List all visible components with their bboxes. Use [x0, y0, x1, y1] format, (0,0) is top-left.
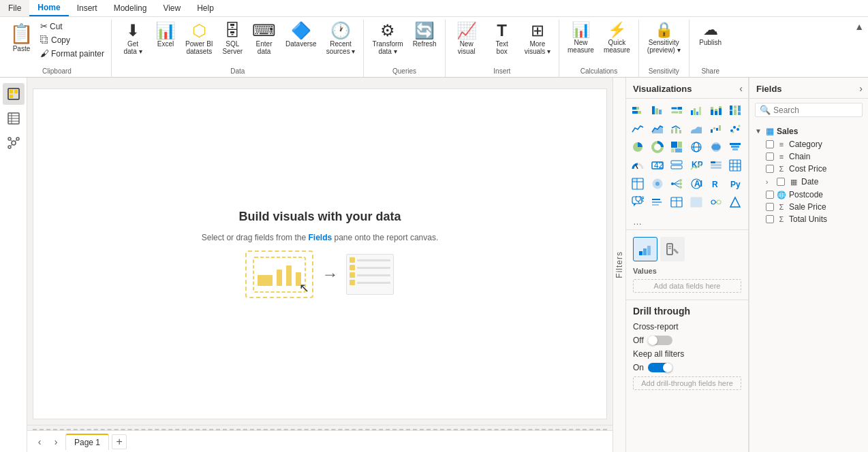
filters-panel[interactable]: Filters: [613, 78, 626, 452]
viz-shape[interactable]: [726, 193, 744, 211]
viz-smart-narrative[interactable]: [649, 193, 666, 211]
viz-area[interactable]: [649, 120, 666, 138]
cut-button[interactable]: ✂ Cut: [37, 20, 107, 33]
tab-file[interactable]: File: [0, 0, 29, 16]
new-visual-button[interactable]: 📈 Newvisual: [450, 20, 484, 58]
tab-modeling[interactable]: Modeling: [106, 0, 155, 16]
fields-field-category[interactable]: ≡ Category: [749, 138, 868, 150]
viz-line[interactable]: [629, 120, 647, 138]
viz-slicer[interactable]: [707, 157, 725, 174]
viz-100-column[interactable]: [726, 101, 744, 119]
viz-clustered-column[interactable]: [687, 101, 705, 119]
more-visuals-button[interactable]: ⊞ Morevisuals ▾: [521, 20, 555, 58]
viz-scatter[interactable]: [726, 120, 744, 138]
fields-search-input[interactable]: [773, 106, 868, 115]
viz-clustered-bar[interactable]: [649, 101, 666, 119]
viz-stacked-bar[interactable]: [629, 101, 647, 119]
refresh-button[interactable]: 🔄 Refresh: [409, 20, 441, 50]
viz-filled-map[interactable]: [707, 138, 725, 156]
tab-help[interactable]: Help: [189, 0, 222, 16]
viz-matrix2[interactable]: [687, 193, 705, 211]
sql-server-button[interactable]: 🗄 SQLServer: [219, 20, 247, 58]
dataverse-button[interactable]: 🔷 Dataverse: [281, 20, 321, 50]
fields-list: ▼ ▦ Sales ≡ Category ≡ Chain Σ Cost Pric…: [749, 121, 868, 452]
viz-treemap[interactable]: [668, 138, 685, 156]
fields-field-cost-price[interactable]: Σ Cost Price: [749, 163, 868, 175]
fields-checkbox-total-units[interactable]: [766, 215, 774, 223]
viz-table2[interactable]: [668, 193, 685, 211]
fields-checkbox-date[interactable]: [777, 178, 785, 186]
quick-measure-button[interactable]: ⚡ Quickmeasure: [600, 20, 634, 56]
fields-checkbox-cost-price[interactable]: [766, 165, 774, 173]
viz-matrix[interactable]: [629, 175, 647, 193]
viz-key-influencers[interactable]: [707, 193, 725, 211]
fields-checkbox-chain[interactable]: [766, 152, 774, 161]
sql-server-icon: 🗄: [224, 22, 241, 39]
viz-100-bar[interactable]: [668, 101, 685, 119]
tab-view[interactable]: View: [155, 0, 189, 16]
excel-button[interactable]: 📊 Excel: [151, 20, 180, 50]
format-painter-button[interactable]: 🖌 Format painter: [37, 47, 107, 60]
keep-filters-toggle-row: On: [633, 363, 741, 372]
viz-funnel[interactable]: [726, 138, 744, 156]
paste-button[interactable]: 📋 Paste: [7, 20, 36, 55]
viz-r-script[interactable]: R: [707, 175, 725, 193]
get-data-button[interactable]: ⬇ Getdata ▾: [116, 20, 150, 58]
fields-table-sales[interactable]: ▼ ▦ Sales: [749, 124, 868, 138]
viz-azuremap[interactable]: [649, 175, 666, 193]
viz-pie[interactable]: [629, 138, 647, 156]
viz-format-icon[interactable]: [660, 237, 685, 261]
viz-more-button[interactable]: …: [626, 214, 748, 229]
viz-ai-insights[interactable]: AI: [687, 175, 705, 193]
viz-python[interactable]: Py: [726, 175, 744, 193]
sensitivity-button[interactable]: 🔒 Sensitivity(preview) ▾: [643, 20, 685, 56]
tab-home[interactable]: Home: [29, 0, 68, 16]
tab-insert[interactable]: Insert: [69, 0, 106, 16]
fields-field-total-units[interactable]: Σ Total Units: [749, 213, 868, 225]
viz-stacked-column[interactable]: [707, 101, 725, 119]
viz-ribbon[interactable]: [687, 120, 705, 138]
report-view-button[interactable]: [3, 83, 25, 105]
page-prev-button[interactable]: ‹: [33, 435, 46, 449]
viz-qna[interactable]: Q&A: [629, 193, 647, 211]
add-page-button[interactable]: +: [112, 434, 127, 449]
data-view-button[interactable]: [3, 108, 25, 129]
transform-data-button[interactable]: ⚙ Transformdata ▾: [368, 20, 407, 58]
viz-gauge[interactable]: [629, 157, 647, 174]
drill-add-fields[interactable]: Add drill-through fields here: [633, 376, 741, 390]
list-line-3: [357, 274, 390, 276]
publish-button[interactable]: ☁ Publish: [694, 20, 728, 49]
viz-donut[interactable]: [649, 138, 666, 156]
page-tab-1[interactable]: Page 1: [65, 434, 109, 450]
viz-panel-toggle-button[interactable]: ‹: [739, 83, 743, 94]
enter-data-button[interactable]: ⌨ Enterdata: [248, 20, 280, 58]
viz-decomp-tree[interactable]: [668, 175, 685, 193]
fields-expand-button[interactable]: ›: [859, 83, 863, 94]
viz-multirow-card[interactable]: [668, 157, 685, 174]
viz-line-column[interactable]: [668, 120, 685, 138]
fields-checkbox-category[interactable]: [766, 140, 774, 148]
fields-field-date[interactable]: › ▦ Date: [749, 175, 868, 189]
viz-map[interactable]: [687, 138, 705, 156]
text-box-button[interactable]: T Textbox: [485, 20, 519, 58]
viz-add-data-fields[interactable]: Add data fields here: [633, 279, 741, 293]
new-measure-button[interactable]: 📊 Newmeasure: [563, 20, 598, 56]
model-view-button[interactable]: [3, 132, 25, 154]
fields-checkbox-sale-price[interactable]: [766, 203, 774, 211]
fields-checkbox-postcode[interactable]: [766, 191, 774, 199]
viz-waterfall[interactable]: [707, 120, 725, 138]
ribbon-collapse-button[interactable]: ▲: [853, 20, 865, 33]
viz-values-icon[interactable]: [633, 237, 657, 261]
page-next-button[interactable]: ›: [49, 435, 63, 449]
fields-field-chain[interactable]: ≡ Chain: [749, 150, 868, 163]
viz-table[interactable]: [726, 157, 744, 174]
keep-filters-toggle[interactable]: [648, 363, 672, 372]
fields-field-postcode[interactable]: 🌐 Postcode: [749, 189, 868, 201]
power-bi-datasets-button[interactable]: ⬡ Power BIdatasets: [181, 20, 217, 58]
copy-button[interactable]: ⿻ Copy: [37, 33, 107, 46]
recent-sources-button[interactable]: 🕐 Recentsources ▾: [322, 20, 360, 58]
fields-field-sale-price[interactable]: Σ Sale Price: [749, 201, 868, 213]
cross-report-toggle[interactable]: [648, 336, 672, 345]
viz-card[interactable]: 42: [649, 157, 666, 174]
viz-kpi[interactable]: KPI: [687, 157, 705, 174]
